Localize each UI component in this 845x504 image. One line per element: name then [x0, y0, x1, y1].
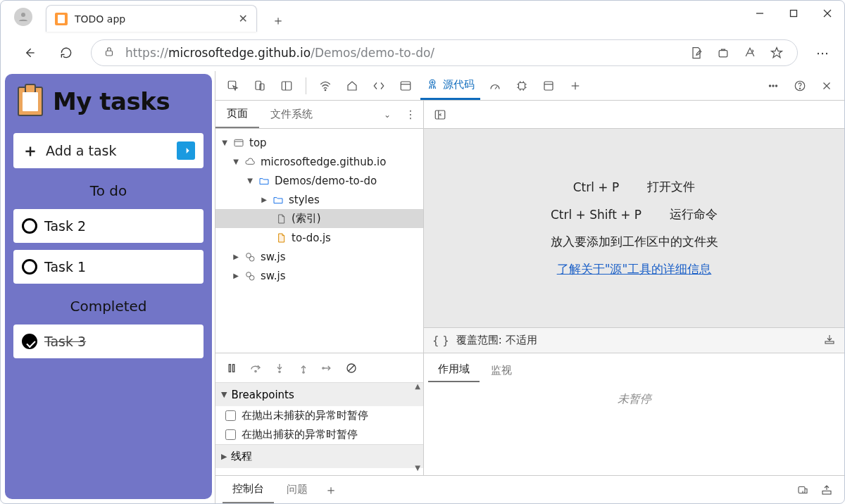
files-subtab-filesystem[interactable]: 文件系统	[259, 101, 324, 128]
folder-icon	[272, 194, 284, 206]
edit-page-icon[interactable]	[689, 45, 704, 61]
tab-title: TODO app	[75, 13, 232, 25]
toggle-navigator-icon[interactable]	[431, 106, 449, 124]
svg-point-27	[775, 84, 777, 86]
svg-rect-13	[401, 82, 411, 90]
tree-label: to-do.js	[292, 232, 331, 244]
clipboard-icon	[18, 87, 43, 116]
step-over-button[interactable]	[245, 358, 266, 379]
address-bar[interactable]: https://microsoftedge.github.io/Demos/de…	[91, 39, 798, 66]
svg-line-17	[434, 86, 436, 89]
service-worker-icon	[244, 251, 256, 263]
tree-row[interactable]: ▼ microsoftedge.github.io	[215, 152, 423, 171]
drawer-add-tab-icon[interactable]: ＋	[320, 479, 342, 500]
window-maximize-button[interactable]	[777, 1, 810, 26]
plus-icon: ＋	[22, 139, 39, 162]
task-item[interactable]: Task 3	[13, 325, 204, 358]
devtools-close-icon[interactable]	[815, 74, 839, 98]
collections-icon[interactable]	[715, 45, 731, 61]
dock-side-icon[interactable]	[275, 74, 299, 98]
scope-empty-state: 未暂停	[424, 382, 844, 475]
window-minimize-button[interactable]	[743, 1, 777, 26]
file-icon	[275, 213, 287, 225]
tree-row[interactable]: ▼ Demos/demo-to-do	[215, 171, 423, 190]
tree-label: Demos/demo-to-do	[275, 175, 377, 187]
hint-drop-folder: 放入要添加到工作区中的文件夹	[551, 234, 718, 250]
files-subtab-page[interactable]: 页面	[215, 101, 259, 128]
new-tab-button[interactable]: ＋	[267, 9, 289, 32]
browser-tab[interactable]: TODO app ✕	[46, 5, 257, 32]
svg-point-37	[249, 275, 254, 280]
drawer-tool-icon[interactable]	[792, 479, 813, 500]
pause-uncaught-checkbox[interactable]: 在抛出未捕获的异常时暂停	[215, 406, 423, 425]
svg-rect-32	[234, 139, 243, 146]
deactivate-breakpoints-button[interactable]	[341, 358, 362, 379]
memory-tab-icon[interactable]	[510, 74, 534, 98]
task-checkbox-icon[interactable]	[22, 259, 37, 275]
tree-row-selected[interactable]: (索引)	[215, 209, 423, 228]
console-tab-icon[interactable]	[394, 74, 418, 98]
add-tab-icon[interactable]	[563, 74, 587, 98]
braces-icon: { }	[432, 334, 449, 347]
threads-accordion[interactable]: ▶ 线程	[215, 444, 423, 468]
svg-rect-50	[822, 491, 831, 494]
devtools-help-icon[interactable]	[788, 74, 812, 98]
device-emulation-icon[interactable]	[248, 74, 272, 98]
svg-rect-6	[719, 51, 727, 57]
tree-row[interactable]: ▶ sw.js	[215, 266, 423, 285]
sources-tab[interactable]: 源代码	[420, 72, 480, 100]
tree-row[interactable]: ▼ top	[215, 133, 423, 152]
svg-point-44	[279, 371, 280, 372]
tree-row[interactable]: to-do.js	[215, 228, 423, 247]
section-todo-heading: To do	[13, 175, 204, 202]
scope-tab[interactable]: 作用域	[428, 357, 480, 382]
devtools-panel: 源代码 页面 文件系统 ⌄ ⋮	[215, 71, 844, 503]
performance-tab-icon[interactable]	[483, 74, 507, 98]
task-item[interactable]: Task 1	[13, 250, 204, 284]
task-item[interactable]: Task 2	[13, 209, 204, 243]
breakpoints-accordion[interactable]: ▼ Breakpoints	[215, 382, 423, 406]
elements-tab-icon[interactable]	[367, 74, 391, 98]
application-tab-icon[interactable]	[537, 74, 561, 98]
files-subtab-chevron-icon[interactable]: ⌄	[377, 110, 398, 120]
browser-menu-button[interactable]: ⋯	[810, 41, 834, 65]
refresh-button[interactable]	[54, 41, 78, 65]
folder-icon	[258, 175, 270, 187]
tree-row[interactable]: ▶ styles	[215, 190, 423, 209]
tree-row[interactable]: ▶ sw.js	[215, 247, 423, 266]
scrollbar[interactable]: ▲▼	[412, 382, 423, 475]
svg-line-16	[430, 86, 431, 89]
task-checkbox-done-icon[interactable]	[22, 334, 37, 349]
inspect-element-icon[interactable]	[221, 74, 245, 98]
files-subtab-more-icon[interactable]: ⋮	[398, 108, 423, 121]
svg-point-45	[303, 371, 304, 372]
learn-more-link[interactable]: 了解关于"源"工具的详细信息	[557, 261, 712, 277]
favorite-star-icon[interactable]	[769, 45, 784, 61]
drawer-issues-tab[interactable]: 问题	[277, 476, 318, 503]
checkbox-label: 在抛出捕获的异常时暂停	[242, 428, 358, 441]
coverage-label: 覆盖范围: 不适用	[456, 334, 537, 347]
step-into-button[interactable]	[269, 358, 290, 379]
breakpoints-header: Breakpoints	[231, 389, 294, 401]
download-icon[interactable]	[823, 333, 836, 348]
devtools-more-icon[interactable]	[761, 74, 785, 98]
svg-point-46	[323, 367, 324, 368]
pause-caught-checkbox[interactable]: 在抛出捕获的异常时暂停	[215, 425, 423, 444]
drawer-expand-icon[interactable]	[816, 479, 837, 500]
watch-tab[interactable]: 监视	[481, 358, 522, 382]
pause-button[interactable]	[221, 358, 242, 379]
add-task-button[interactable]: ＋ Add a task	[13, 133, 204, 168]
close-tab-icon[interactable]: ✕	[239, 12, 248, 25]
back-button[interactable]	[18, 41, 42, 65]
profile-avatar[interactable]	[14, 8, 32, 26]
window-close-button[interactable]	[810, 1, 844, 26]
drawer-console-tab[interactable]: 控制台	[223, 476, 274, 503]
read-aloud-icon[interactable]	[742, 45, 758, 61]
step-out-button[interactable]	[293, 358, 314, 379]
task-checkbox-icon[interactable]	[22, 218, 37, 234]
welcome-tab-icon[interactable]	[340, 74, 364, 98]
network-conditions-icon[interactable]	[313, 74, 337, 98]
step-button[interactable]	[317, 358, 338, 379]
svg-rect-40	[825, 341, 834, 344]
submit-task-icon[interactable]	[177, 141, 195, 160]
